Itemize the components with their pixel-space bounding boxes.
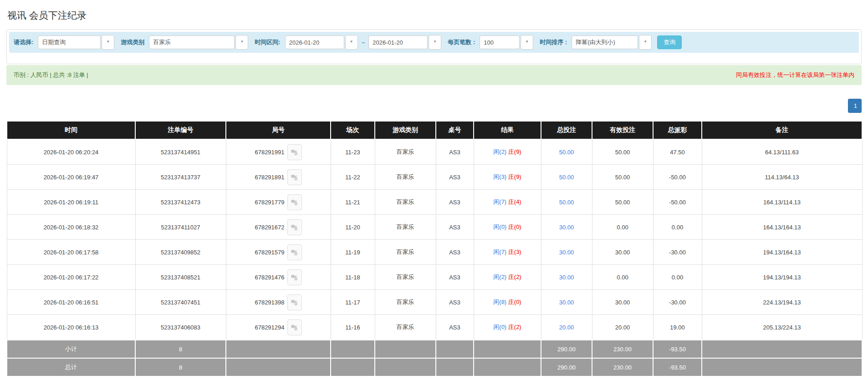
currency-summary-text: 币别 : 人民币 | 总共 :8 注单 | (14, 71, 88, 79)
cell-total_bet: 30.00 (541, 215, 592, 240)
video-replay-icon[interactable] (287, 244, 302, 260)
total-bet-link[interactable]: 50.00 (559, 174, 574, 181)
cell-game: 百家乐 (375, 139, 436, 165)
page-size-input[interactable] (480, 35, 520, 49)
cell-session: 11-22 (331, 165, 375, 190)
cell-table_no: AS3 (436, 290, 474, 315)
footer-label: 小计 (7, 340, 135, 358)
video-replay-icon[interactable] (287, 219, 302, 235)
chevron-down-icon[interactable]: ▼ (429, 35, 441, 50)
footer-count: 8 (135, 358, 226, 376)
total-bet-link[interactable]: 50.00 (559, 199, 574, 206)
cell-total_bet: 30.00 (541, 290, 592, 315)
video-replay-icon[interactable] (287, 294, 302, 310)
footer-empty-cell (702, 358, 862, 376)
search-button[interactable]: 查询 (657, 35, 682, 49)
chevron-down-icon[interactable]: ▼ (345, 35, 358, 50)
cell-valid_bet: 0.00 (592, 215, 653, 240)
page-1-button[interactable]: 1 (848, 99, 862, 113)
footer-label: 总计 (7, 358, 135, 376)
cell-time: 2026-01-20 06:18:32 (7, 215, 135, 240)
cell-payout: 0.00 (653, 265, 702, 290)
col-header-session: 场次 (331, 121, 375, 139)
total-bet-link[interactable]: 30.00 (559, 299, 574, 306)
col-header-payout: 总派彩 (653, 121, 702, 139)
cell-round_no: 678291579 (226, 240, 331, 265)
cell-valid_bet: 0.00 (592, 265, 653, 290)
cell-round_no: 678291672 (226, 215, 331, 240)
select-label: 请选择: (14, 38, 33, 46)
result-player: 闲(7) (493, 198, 506, 205)
cell-total_bet: 20.00 (541, 315, 592, 340)
footer-valid-bet: 230.00 (592, 358, 653, 376)
date-to-input[interactable] (368, 35, 428, 49)
page-title: 视讯 会员下注纪录 (7, 9, 862, 22)
col-header-result: 结果 (474, 121, 541, 139)
result-banker: 庄(3) (506, 248, 521, 255)
cell-remark: 194.13/164.13 (702, 240, 862, 265)
chevron-down-icon[interactable]: ▼ (235, 35, 248, 50)
cell-total_bet: 50.00 (541, 139, 592, 165)
footer-empty-cell (331, 358, 375, 376)
cell-remark: 164.13/164.13 (702, 215, 862, 240)
video-replay-icon[interactable] (287, 194, 302, 210)
result-player: 闲(2) (493, 148, 506, 155)
cell-round_no: 678291476 (226, 265, 331, 290)
table-row: 2026-01-20 06:17:58523137409852678291579… (7, 240, 862, 265)
footer-empty-cell (474, 340, 541, 358)
total-bet-link[interactable]: 30.00 (559, 224, 574, 231)
cell-valid_bet: 50.00 (592, 190, 653, 215)
round-number: 678291891 (255, 174, 284, 181)
game-type-combobox: ▼ (149, 35, 248, 50)
footer-empty-cell (436, 340, 474, 358)
total-bet-link[interactable]: 20.00 (559, 324, 574, 331)
cell-bet_no: 523137414951 (135, 139, 226, 165)
footer-empty-cell (436, 358, 474, 376)
cell-result: 闲(7) 庄(3) (474, 240, 541, 265)
page-size-combobox: ▼ (480, 35, 533, 50)
table-row: 2026-01-20 06:19:47523137413737678291891… (7, 165, 862, 190)
cell-session: 11-19 (331, 240, 375, 265)
cell-remark: 205.13/224.13 (702, 315, 862, 340)
footer-empty-cell (331, 340, 375, 358)
cell-time: 2026-01-20 06:17:58 (7, 240, 135, 265)
cell-table_no: AS3 (436, 215, 474, 240)
total-bet-link[interactable]: 30.00 (559, 249, 574, 256)
cell-remark: 194.13/194.13 (702, 265, 862, 290)
video-replay-icon[interactable] (287, 144, 302, 160)
table-row: 2026-01-20 06:16:51523137407451678291398… (7, 290, 862, 315)
cell-game: 百家乐 (375, 240, 436, 265)
total-bet-link[interactable]: 30.00 (559, 274, 574, 281)
date-from-input[interactable] (285, 35, 344, 49)
col-header-table_no: 桌号 (436, 121, 474, 139)
cell-valid_bet: 20.00 (592, 315, 653, 340)
footer-empty-cell (702, 340, 862, 358)
cell-time: 2026-01-20 06:19:47 (7, 165, 135, 190)
round-number: 678291294 (255, 324, 284, 331)
game-type-input[interactable] (149, 35, 235, 49)
cell-table_no: AS3 (436, 315, 474, 340)
video-replay-icon[interactable] (287, 169, 302, 185)
total-bet-link[interactable]: 50.00 (559, 149, 574, 156)
cell-payout: -50.00 (653, 190, 702, 215)
table-row: 2026-01-20 06:19:11523137412473678291779… (7, 190, 862, 215)
video-replay-icon[interactable] (287, 319, 302, 335)
round-number: 678291672 (255, 224, 284, 231)
sort-input[interactable] (572, 35, 638, 49)
query-type-input[interactable] (38, 35, 101, 49)
cell-bet_no: 523137413737 (135, 165, 226, 190)
chevron-down-icon[interactable]: ▼ (521, 35, 533, 50)
cell-bet_no: 523137406083 (135, 315, 226, 340)
chevron-down-icon[interactable]: ▼ (102, 35, 114, 50)
table-header-row: 时间注单编号局号场次游戏类别桌号结果总投注有效投注总派彩备注 (7, 121, 862, 139)
cell-result: 闲(2) 庄(9) (474, 139, 541, 165)
cell-session: 11-20 (331, 215, 375, 240)
query-type-combobox: ▼ (38, 35, 114, 50)
cell-result: 闲(8) 庄(0) (474, 290, 541, 315)
video-replay-icon[interactable] (287, 269, 302, 285)
cell-round_no: 678291891 (226, 165, 331, 190)
footer-total-bet: 290.00 (541, 358, 592, 376)
col-header-valid_bet: 有效投注 (592, 121, 653, 139)
chevron-down-icon[interactable]: ▼ (639, 35, 652, 50)
result-player: 闲(0) (493, 223, 506, 230)
